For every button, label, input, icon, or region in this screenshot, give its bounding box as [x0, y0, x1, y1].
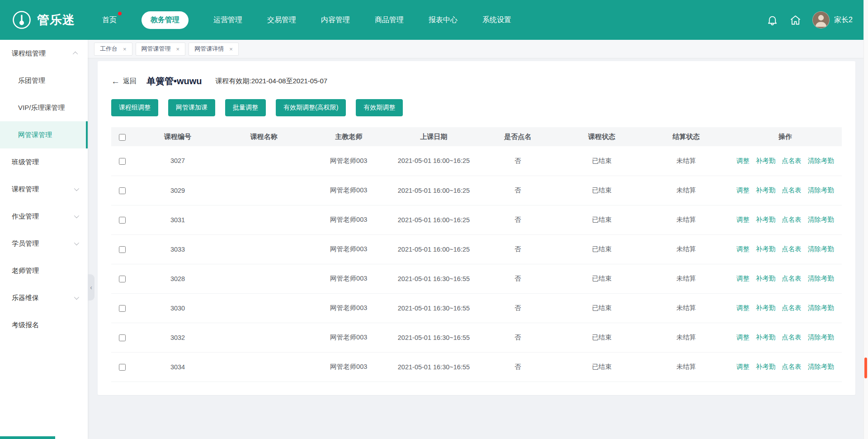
tab-online-course-mgmt[interactable]: 网管课管理 × — [136, 43, 186, 56]
batch-adjust-button[interactable]: 批量调整 — [225, 99, 266, 116]
tab-close-icon[interactable]: × — [123, 46, 127, 52]
bell-icon[interactable] — [766, 14, 778, 26]
vertical-scrollbar-track — [863, 0, 868, 439]
cell-settlement: 未结算 — [644, 293, 728, 323]
cell-rollcall: 否 — [476, 205, 560, 234]
clear-attendance-link[interactable]: 清除考勤 — [808, 334, 834, 341]
rollcall-sheet-link[interactable]: 点名表 — [782, 363, 802, 370]
rollcall-sheet-link[interactable]: 点名表 — [782, 334, 802, 341]
rollcall-sheet-link[interactable]: 点名表 — [782, 304, 802, 311]
adjust-link[interactable]: 调整 — [736, 186, 750, 194]
col-status: 课程状态 — [560, 127, 644, 146]
sidebar-item-homework-mgmt[interactable]: 作业管理 — [0, 203, 88, 230]
makeup-attendance-link[interactable]: 补考勤 — [756, 186, 776, 194]
sidebar-item-course-group-mgmt[interactable]: 课程组管理 — [0, 40, 88, 67]
user-menu[interactable]: 家长2 — [812, 11, 853, 29]
row-checkbox[interactable] — [119, 187, 126, 194]
row-checkbox[interactable] — [119, 158, 126, 165]
row-checkbox[interactable] — [119, 305, 126, 312]
adjust-link[interactable]: 调整 — [736, 334, 750, 341]
clear-attendance-link[interactable]: 清除考勤 — [808, 216, 834, 223]
tab-label: 网管课详情 — [194, 45, 224, 53]
page-title: 单簧管•wuwu — [146, 75, 202, 87]
back-arrow-icon: ← — [111, 77, 120, 86]
nav-item-trade-mgmt[interactable]: 交易管理 — [267, 15, 296, 25]
rollcall-sheet-link[interactable]: 点名表 — [782, 157, 802, 164]
back-label: 返回 — [123, 77, 137, 86]
table-header-row: 课程编号 课程名称 主教老师 上课日期 是否点名 课程状态 结算状态 操作 — [111, 127, 842, 146]
row-checkbox[interactable] — [119, 334, 126, 341]
validity-adjust-button[interactable]: 有效期调整 — [356, 99, 403, 116]
horizontal-scrollbar-thumb[interactable] — [0, 436, 55, 439]
nav-item-system-settings[interactable]: 系统设置 — [482, 15, 511, 25]
makeup-attendance-link[interactable]: 补考勤 — [756, 334, 776, 341]
adjust-link[interactable]: 调整 — [736, 275, 750, 282]
row-actions: 调整补考勤点名表清除考勤 — [728, 323, 842, 352]
rollcall-sheet-link[interactable]: 点名表 — [782, 216, 802, 223]
cell-course-id: 3029 — [133, 176, 222, 205]
adjust-link[interactable]: 调整 — [736, 216, 750, 223]
tab-workbench[interactable]: 工作台 × — [94, 43, 132, 56]
sidebar-item-label: 乐器维保 — [12, 294, 39, 302]
sidebar-item-online-course-mgmt[interactable]: 网管课管理 — [0, 121, 88, 148]
adjust-link[interactable]: 调整 — [736, 304, 750, 311]
back-button[interactable]: ← 返回 — [111, 77, 137, 86]
adjust-link[interactable]: 调整 — [736, 363, 750, 370]
add-online-course-button[interactable]: 网管课加课 — [168, 99, 215, 116]
tab-close-icon[interactable]: × — [229, 46, 233, 52]
sidebar-item-class-mgmt[interactable]: 班级管理 — [0, 148, 88, 176]
clear-attendance-link[interactable]: 清除考勤 — [808, 363, 834, 370]
sidebar: 课程组管理 乐团管理 VIP/乐理课管理 网管课管理 班级管理 课程管理 作业管… — [0, 40, 88, 439]
validity-adjust-high-privilege-button[interactable]: 有效期调整(高权限) — [276, 99, 346, 116]
brand[interactable]: 管乐迷 — [12, 10, 75, 30]
sidebar-item-course-mgmt[interactable]: 课程管理 — [0, 176, 88, 203]
nav-item-report-center[interactable]: 报表中心 — [429, 15, 458, 25]
sidebar-item-student-mgmt[interactable]: 学员管理 — [0, 230, 88, 257]
rollcall-sheet-link[interactable]: 点名表 — [782, 275, 802, 282]
rollcall-sheet-link[interactable]: 点名表 — [782, 186, 802, 194]
sidebar-item-exam-registration[interactable]: 考级报名 — [0, 311, 88, 339]
adjust-link[interactable]: 调整 — [736, 157, 750, 164]
row-checkbox[interactable] — [119, 364, 126, 371]
clear-attendance-link[interactable]: 清除考勤 — [808, 275, 834, 282]
sidebar-item-label: 作业管理 — [12, 212, 39, 221]
clear-attendance-link[interactable]: 清除考勤 — [808, 186, 834, 194]
nav-item-goods-mgmt[interactable]: 商品管理 — [375, 15, 404, 25]
course-group-adjust-button[interactable]: 课程组调整 — [111, 99, 158, 116]
brand-name: 管乐迷 — [37, 12, 75, 28]
nav-item-operations-mgmt[interactable]: 运营管理 — [213, 15, 242, 25]
row-checkbox[interactable] — [119, 276, 126, 282]
makeup-attendance-link[interactable]: 补考勤 — [756, 157, 776, 164]
clear-attendance-link[interactable]: 清除考勤 — [808, 157, 834, 164]
cell-settlement: 未结算 — [644, 205, 728, 234]
makeup-attendance-link[interactable]: 补考勤 — [756, 304, 776, 311]
adjust-link[interactable]: 调整 — [736, 245, 750, 253]
sidebar-item-orchestra-mgmt[interactable]: 乐团管理 — [0, 67, 88, 94]
nav-item-academic-mgmt[interactable]: 教务管理 — [142, 11, 189, 29]
clear-attendance-link[interactable]: 清除考勤 — [808, 245, 834, 253]
sidebar-item-teacher-mgmt[interactable]: 老师管理 — [0, 257, 88, 284]
cell-teacher: 网管老师003 — [306, 352, 392, 382]
rollcall-sheet-link[interactable]: 点名表 — [782, 245, 802, 253]
makeup-attendance-link[interactable]: 补考勤 — [756, 245, 776, 253]
tab-online-course-detail[interactable]: 网管课详情 × — [189, 43, 239, 56]
detail-card: ← 返回 单簧管•wuwu 课程有效期:2021-04-08至2021-05-0… — [98, 61, 855, 395]
sidebar-item-instrument-maintenance[interactable]: 乐器维保 — [0, 284, 88, 311]
makeup-attendance-link[interactable]: 补考勤 — [756, 363, 776, 370]
select-all-checkbox[interactable] — [119, 134, 126, 141]
vertical-scrollbar-thumb[interactable] — [864, 358, 867, 378]
tab-close-icon[interactable]: × — [176, 46, 180, 52]
home-icon[interactable] — [789, 14, 802, 26]
makeup-attendance-link[interactable]: 补考勤 — [756, 216, 776, 223]
nav-item-home[interactable]: 首页 — [102, 15, 117, 25]
sidebar-collapse-handle[interactable]: ‹ — [88, 274, 94, 301]
clear-attendance-link[interactable]: 清除考勤 — [808, 304, 834, 311]
cell-teacher: 网管老师003 — [306, 264, 392, 293]
table-row: 3028 网管老师003 2021-05-01 16:30~16:55 否 已结… — [111, 264, 842, 293]
makeup-attendance-link[interactable]: 补考勤 — [756, 275, 776, 282]
row-checkbox[interactable] — [119, 246, 126, 253]
sidebar-item-vip-theory-mgmt[interactable]: VIP/乐理课管理 — [0, 94, 88, 121]
row-checkbox[interactable] — [119, 217, 126, 224]
app-header: 管乐迷 首页 教务管理 运营管理 交易管理 内容管理 商品管理 报表中心 系统设… — [0, 0, 868, 40]
nav-item-content-mgmt[interactable]: 内容管理 — [321, 15, 350, 25]
